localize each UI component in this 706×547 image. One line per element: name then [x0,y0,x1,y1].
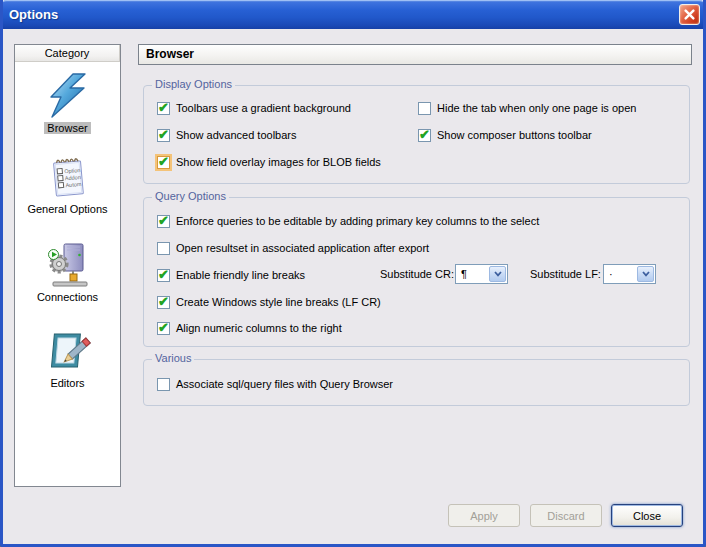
dialog-body: Category Browser [3,29,703,541]
friendly-line-breaks-checkbox[interactable] [157,269,170,282]
checkbox-label: Show composer buttons toolbar [437,129,592,141]
checkbox-label: Enable friendly line breaks [176,269,305,281]
lightning-icon [44,72,92,120]
sidebar-item-label: Browser [44,122,90,134]
close-button[interactable]: Close [611,504,683,527]
sidebar-item-editors[interactable]: Editors [15,327,120,389]
windows-line-breaks-checkbox[interactable] [157,296,170,309]
dropdown-button[interactable] [489,266,506,282]
category-column-header[interactable]: Category [15,45,120,62]
checkbox-label: Show advanced toolbars [176,129,296,141]
composer-buttons-checkbox[interactable] [418,129,431,142]
titlebar[interactable]: Options [0,0,706,29]
page-title: Browser [138,44,692,65]
chevron-down-icon [642,271,650,277]
hide-tab-checkbox[interactable] [418,102,431,115]
notepad-icon: Option Addon Autom [44,153,92,201]
sidebar-item-general-options[interactable]: Option Addon Autom General Options [15,153,120,215]
group-title: Various [152,352,194,364]
options-dialog: Options Category Browser [0,0,706,547]
apply-button[interactable]: Apply [448,504,520,527]
checkbox-label: Associate sql/query files with Query Bro… [176,378,393,390]
sidebar-item-label: General Options [24,203,110,215]
sidebar-item-label: Connections [34,291,101,303]
substitute-cr-label: Substitude CR: [380,268,454,280]
align-numeric-checkbox[interactable] [157,322,170,335]
combo-value: · [604,265,636,283]
enforce-editable-checkbox[interactable] [157,215,170,228]
chevron-down-icon [494,271,502,277]
checkbox-label: Enforce queries to be editable by adding… [176,215,539,227]
checkbox-label: Toolbars use a gradient background [176,102,351,114]
substitute-lf-select[interactable]: · [603,264,656,284]
blob-overlay-checkbox[interactable] [157,156,170,169]
substitute-cr-select[interactable]: ¶ [455,264,508,284]
server-gear-icon [44,241,92,289]
display-options-group: Display Options Toolbars use a gradient … [143,85,690,184]
editor-pencil-icon [44,327,92,375]
checkbox-label: Show field overlay images for BLOB field… [176,156,381,168]
checkbox-label: Create Windows style line breaks (LF CR) [176,296,381,308]
combo-value: ¶ [456,265,488,283]
window-title: Options [9,7,679,22]
substitute-lf-label: Substitude LF: [530,268,601,280]
window-close-button[interactable] [679,4,700,25]
checkbox-label: Align numeric columns to the right [176,322,342,334]
sidebar-item-browser[interactable]: Browser [15,72,120,134]
various-group: Various Associate sql/query files with Q… [143,359,690,406]
associate-files-checkbox[interactable] [157,378,170,391]
sidebar-item-connections[interactable]: Connections [15,241,120,303]
dropdown-button[interactable] [637,266,654,282]
close-icon [684,9,695,20]
checkbox-label: Hide the tab when only one page is open [437,102,636,114]
query-options-group: Query Options Enforce queries to be edit… [143,197,690,347]
sidebar-item-label: Editors [47,377,87,389]
toolbars-gradient-checkbox[interactable] [157,102,170,115]
category-list: Category Browser [14,44,121,487]
group-title: Display Options [152,78,235,90]
discard-button[interactable]: Discard [530,504,602,527]
advanced-toolbars-checkbox[interactable] [157,129,170,142]
group-title: Query Options [152,190,229,202]
open-resultset-checkbox[interactable] [157,242,170,255]
checkbox-label: Open resultset in associated application… [176,242,429,254]
